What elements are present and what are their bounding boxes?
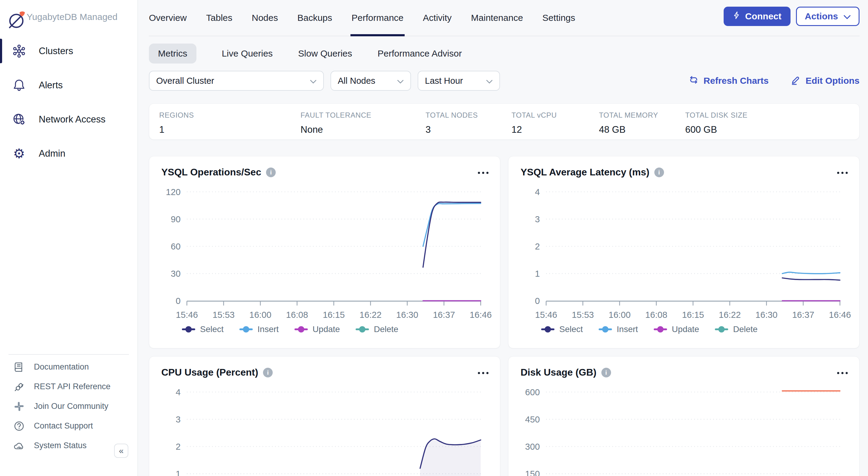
legend-item[interactable]: Insert xyxy=(599,325,638,334)
bolt-icon xyxy=(733,11,741,22)
chart-card-ysql-latency: YSQL Average Latency (ms) i 0123415:4615… xyxy=(508,156,860,348)
collapse-sidebar-button[interactable]: « xyxy=(114,444,128,458)
legend-marker-icon xyxy=(182,329,195,330)
subtab-live-queries[interactable]: Live Queries xyxy=(222,43,273,64)
sidebar-item-network-access[interactable]: Network Access xyxy=(0,102,137,136)
info-icon[interactable]: i xyxy=(601,368,611,377)
svg-text:15:46: 15:46 xyxy=(535,310,557,320)
stat-regions: REGIONS 1 xyxy=(159,104,301,139)
svg-text:4: 4 xyxy=(176,387,180,397)
svg-text:16:46: 16:46 xyxy=(829,310,851,320)
cluster-scope-select[interactable]: Overall Cluster xyxy=(149,71,324,91)
footer-item-label: Contact Support xyxy=(34,421,93,431)
actions-button[interactable]: Actions xyxy=(796,7,860,26)
sidebar: YugabyteDB Managed Clusters xyxy=(0,0,138,476)
sidebar-item-alerts[interactable]: Alerts xyxy=(0,68,137,102)
chart-legend: SelectInsertUpdateDelete xyxy=(541,325,853,334)
svg-text:3: 3 xyxy=(535,214,539,224)
plug-icon xyxy=(13,381,25,393)
svg-text:4: 4 xyxy=(535,187,539,197)
svg-text:1: 1 xyxy=(176,469,180,476)
refresh-charts-button[interactable]: Refresh Charts xyxy=(688,75,769,87)
ellipsis-menu-icon[interactable] xyxy=(837,171,848,174)
footer-item-rest-api[interactable]: REST API Reference xyxy=(0,377,137,397)
info-icon[interactable]: i xyxy=(263,368,273,377)
ellipsis-menu-icon[interactable] xyxy=(478,171,489,174)
chart-title: YSQL Operations/Sec xyxy=(161,167,261,178)
tab-settings[interactable]: Settings xyxy=(542,0,575,36)
chevron-down-icon xyxy=(310,76,317,86)
svg-text:16:22: 16:22 xyxy=(719,310,741,320)
sidebar-item-label: Admin xyxy=(39,148,65,159)
legend-marker-icon xyxy=(654,329,667,330)
legend-marker-icon xyxy=(541,329,554,330)
subtab-performance-advisor[interactable]: Performance Advisor xyxy=(378,43,462,64)
legend-item[interactable]: Select xyxy=(182,325,224,334)
tab-nodes[interactable]: Nodes xyxy=(252,0,278,36)
time-range-select[interactable]: Last Hour xyxy=(417,71,500,91)
line-chart: 0123415:4615:5316:0016:0816:1516:2216:30… xyxy=(149,378,500,476)
subtab-slow-queries[interactable]: Slow Queries xyxy=(298,43,352,64)
legend-item[interactable]: Update xyxy=(654,325,699,334)
node-scope-select[interactable]: All Nodes xyxy=(331,71,411,91)
sidebar-item-clusters[interactable]: Clusters xyxy=(0,34,137,68)
top-actions: Connect Actions xyxy=(724,7,860,26)
legend-item[interactable]: Update xyxy=(294,325,340,334)
svg-text:2: 2 xyxy=(176,442,180,451)
chart-card-cpu-usage: CPU Usage (Percent) i 0123415:4615:5316:… xyxy=(149,356,500,476)
info-icon[interactable]: i xyxy=(654,168,664,177)
legend-item[interactable]: Delete xyxy=(715,325,757,334)
edit-options-button[interactable]: Edit Options xyxy=(790,75,860,87)
svg-text:3: 3 xyxy=(176,415,180,424)
legend-label: Select xyxy=(200,325,224,334)
svg-text:15:53: 15:53 xyxy=(213,310,235,320)
tab-overview[interactable]: Overview xyxy=(149,0,187,36)
tab-activity[interactable]: Activity xyxy=(423,0,452,36)
footer-item-documentation[interactable]: Documentation xyxy=(0,357,137,377)
stat-total-vcpu: TOTAL vCPU 12 xyxy=(512,104,599,139)
legend-marker-icon xyxy=(599,329,612,330)
legend-item[interactable]: Delete xyxy=(355,325,398,334)
svg-text:16:15: 16:15 xyxy=(682,310,704,320)
tab-maintenance[interactable]: Maintenance xyxy=(471,0,523,36)
chevron-down-icon xyxy=(843,11,851,22)
ellipsis-menu-icon[interactable] xyxy=(478,371,489,374)
main-content: Overview Tables Nodes Backups Performanc… xyxy=(138,0,868,476)
connect-button[interactable]: Connect xyxy=(724,7,790,26)
svg-text:450: 450 xyxy=(525,415,540,424)
legend-label: Delete xyxy=(733,325,757,334)
svg-text:16:30: 16:30 xyxy=(755,310,777,320)
sidebar-nav: Clusters Alerts Networ xyxy=(0,34,137,171)
ellipsis-menu-icon[interactable] xyxy=(837,371,848,374)
svg-text:16:30: 16:30 xyxy=(396,310,418,320)
footer-item-label: System Status xyxy=(34,441,87,450)
tab-backups[interactable]: Backups xyxy=(297,0,332,36)
legend-item[interactable]: Select xyxy=(541,325,583,334)
sidebar-item-admin[interactable]: ⚙ Admin xyxy=(0,136,137,171)
svg-text:16:08: 16:08 xyxy=(645,310,668,320)
clusters-icon xyxy=(12,44,26,58)
footer-item-community[interactable]: Join Our Community xyxy=(0,397,137,416)
charts-grid: YSQL Operations/Sec i 030609012015:4615:… xyxy=(149,156,860,476)
svg-text:1: 1 xyxy=(535,269,539,278)
cluster-tab-bar: Overview Tables Nodes Backups Performanc… xyxy=(149,0,860,36)
legend-item[interactable]: Insert xyxy=(239,325,279,334)
refresh-icon xyxy=(688,75,699,87)
info-icon[interactable]: i xyxy=(266,168,276,177)
chart-title: CPU Usage (Percent) xyxy=(161,367,258,378)
footer-item-support[interactable]: Contact Support xyxy=(0,416,137,436)
footer-item-label: Documentation xyxy=(34,362,89,372)
tab-tables[interactable]: Tables xyxy=(206,0,232,36)
slack-icon xyxy=(13,401,25,412)
svg-text:15:53: 15:53 xyxy=(572,310,594,320)
legend-label: Update xyxy=(313,325,340,334)
chart-card-disk-usage: Disk Usage (GB) i 015030045060015:4615:5… xyxy=(508,356,860,476)
tab-performance[interactable]: Performance xyxy=(352,0,404,36)
svg-text:300: 300 xyxy=(525,442,540,451)
sidebar-item-label: Clusters xyxy=(39,46,73,57)
chart-title: YSQL Average Latency (ms) xyxy=(521,167,650,178)
svg-text:0: 0 xyxy=(176,296,180,306)
line-chart: 0123415:4615:5316:0016:0816:1516:2216:30… xyxy=(508,178,859,334)
active-indicator xyxy=(0,39,2,63)
subtab-metrics[interactable]: Metrics xyxy=(149,43,196,64)
